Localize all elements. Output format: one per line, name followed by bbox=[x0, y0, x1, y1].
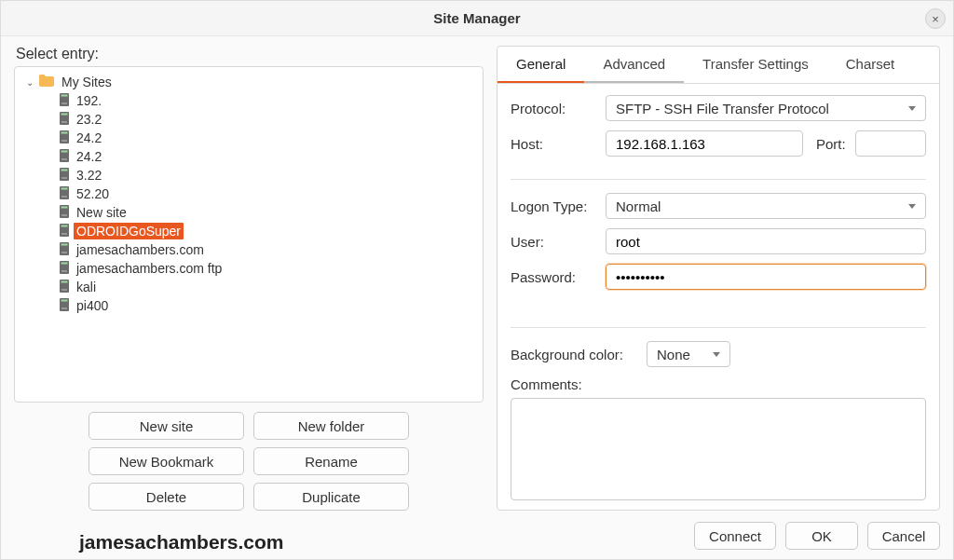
site-entry[interactable]: 23.2 bbox=[19, 110, 479, 129]
svg-point-44 bbox=[65, 252, 67, 253]
server-icon bbox=[60, 280, 74, 295]
svg-point-14 bbox=[65, 140, 67, 142]
cancel-button[interactable]: Cancel bbox=[867, 522, 940, 550]
rename-button[interactable]: Rename bbox=[253, 447, 409, 475]
svg-point-17 bbox=[61, 158, 63, 160]
svg-point-52 bbox=[61, 289, 63, 291]
svg-rect-1 bbox=[61, 94, 68, 96]
host-input[interactable] bbox=[606, 130, 803, 157]
titlebar: Site Manager × bbox=[1, 1, 953, 36]
site-entry[interactable]: 24.2 bbox=[19, 147, 479, 166]
new-site-button[interactable]: New site bbox=[89, 412, 244, 440]
server-icon bbox=[60, 205, 74, 221]
svg-rect-56 bbox=[61, 299, 68, 301]
tree-folder-my-sites[interactable]: ⌄ My Sites bbox=[19, 73, 479, 91]
logon-type-dropdown[interactable]: Normal bbox=[606, 193, 926, 219]
password-label: Password: bbox=[511, 269, 596, 285]
svg-point-37 bbox=[61, 233, 63, 235]
svg-point-47 bbox=[61, 270, 63, 272]
tab-charset[interactable]: Charset bbox=[827, 47, 914, 83]
site-entry[interactable]: jamesachambers.com bbox=[19, 240, 479, 259]
connect-button[interactable]: Connect bbox=[694, 522, 776, 550]
svg-point-18 bbox=[63, 158, 65, 160]
background-color-dropdown[interactable]: None bbox=[647, 341, 730, 367]
svg-rect-51 bbox=[61, 280, 68, 282]
svg-point-58 bbox=[63, 307, 65, 309]
protocol-dropdown[interactable]: SFTP - SSH File Transfer Protocol bbox=[606, 95, 926, 121]
port-label: Port: bbox=[812, 136, 846, 152]
server-icon bbox=[60, 168, 74, 184]
right-panel: General Advanced Transfer Settings Chars… bbox=[497, 46, 940, 511]
svg-point-34 bbox=[65, 214, 67, 216]
ok-button[interactable]: OK bbox=[785, 522, 858, 550]
svg-point-4 bbox=[65, 102, 67, 104]
svg-point-2 bbox=[61, 102, 63, 104]
svg-point-32 bbox=[61, 214, 63, 216]
svg-point-43 bbox=[63, 252, 65, 253]
comments-label: Comments: bbox=[511, 376, 926, 392]
svg-point-23 bbox=[63, 177, 65, 179]
site-entry[interactable]: 3.22 bbox=[19, 166, 479, 184]
site-entry[interactable]: New site bbox=[19, 203, 479, 222]
svg-point-13 bbox=[63, 140, 65, 142]
svg-point-24 bbox=[65, 177, 67, 179]
svg-point-49 bbox=[65, 270, 67, 272]
chevron-down-icon[interactable]: ⌄ bbox=[26, 77, 39, 88]
site-entry-label: ODROIDGoSuper bbox=[74, 223, 184, 239]
svg-point-57 bbox=[61, 307, 63, 309]
tab-transfer-settings[interactable]: Transfer Settings bbox=[684, 47, 827, 83]
svg-rect-6 bbox=[61, 113, 68, 115]
close-icon: × bbox=[932, 12, 939, 26]
tab-advanced[interactable]: Advanced bbox=[584, 47, 684, 83]
delete-button[interactable]: Delete bbox=[89, 483, 244, 511]
site-entry[interactable]: 192. bbox=[19, 91, 479, 110]
svg-rect-21 bbox=[61, 169, 68, 171]
svg-point-54 bbox=[65, 289, 67, 291]
site-entry[interactable]: pi400 bbox=[19, 296, 479, 315]
server-icon bbox=[60, 186, 74, 202]
left-panel: Select entry: ⌄ My Sites 192.23.224.224.… bbox=[14, 46, 484, 511]
close-button[interactable]: × bbox=[925, 8, 946, 29]
site-entry-label: jamesachambers.com bbox=[74, 241, 207, 258]
separator bbox=[511, 179, 926, 180]
site-entry-label: 192. bbox=[74, 92, 104, 109]
folder-icon bbox=[39, 75, 59, 89]
content-area: Select entry: ⌄ My Sites 192.23.224.224.… bbox=[1, 36, 953, 518]
site-entry[interactable]: ODROIDGoSuper bbox=[19, 222, 479, 240]
site-tree[interactable]: ⌄ My Sites 192.23.224.224.23.2252.20New … bbox=[14, 66, 484, 403]
new-folder-button[interactable]: New folder bbox=[253, 412, 409, 440]
comments-textarea[interactable] bbox=[511, 398, 926, 500]
site-entry-label: 52.20 bbox=[74, 185, 112, 202]
site-entry[interactable]: jamesachambers.com ftp bbox=[19, 259, 479, 278]
svg-rect-11 bbox=[61, 131, 68, 133]
host-label: Host: bbox=[511, 136, 596, 152]
server-icon bbox=[60, 242, 74, 258]
new-bookmark-button[interactable]: New Bookmark bbox=[89, 447, 244, 475]
site-entry-label: 24.2 bbox=[74, 130, 104, 146]
svg-point-42 bbox=[61, 252, 63, 253]
password-input[interactable] bbox=[606, 264, 926, 290]
tree-folder-label: My Sites bbox=[59, 74, 115, 90]
tab-bar: General Advanced Transfer Settings Chars… bbox=[497, 47, 939, 84]
background-color-label: Background color: bbox=[511, 347, 637, 362]
server-icon bbox=[60, 224, 74, 239]
port-input[interactable] bbox=[855, 130, 926, 157]
svg-point-28 bbox=[63, 196, 65, 198]
svg-point-7 bbox=[61, 121, 63, 123]
protocol-label: Protocol: bbox=[511, 101, 596, 116]
svg-point-19 bbox=[65, 158, 67, 160]
svg-rect-41 bbox=[61, 243, 68, 245]
tab-general[interactable]: General bbox=[497, 47, 584, 83]
site-entry[interactable]: 52.20 bbox=[19, 184, 479, 203]
svg-rect-36 bbox=[61, 225, 68, 226]
site-entry[interactable]: kali bbox=[19, 278, 479, 296]
server-icon bbox=[60, 149, 74, 165]
select-entry-label: Select entry: bbox=[14, 46, 484, 62]
duplicate-button[interactable]: Duplicate bbox=[253, 483, 409, 511]
user-label: User: bbox=[511, 234, 596, 250]
server-icon bbox=[60, 93, 74, 109]
server-icon bbox=[60, 298, 74, 314]
svg-point-3 bbox=[63, 102, 65, 104]
user-input[interactable] bbox=[606, 228, 926, 254]
site-entry[interactable]: 24.2 bbox=[19, 129, 479, 147]
